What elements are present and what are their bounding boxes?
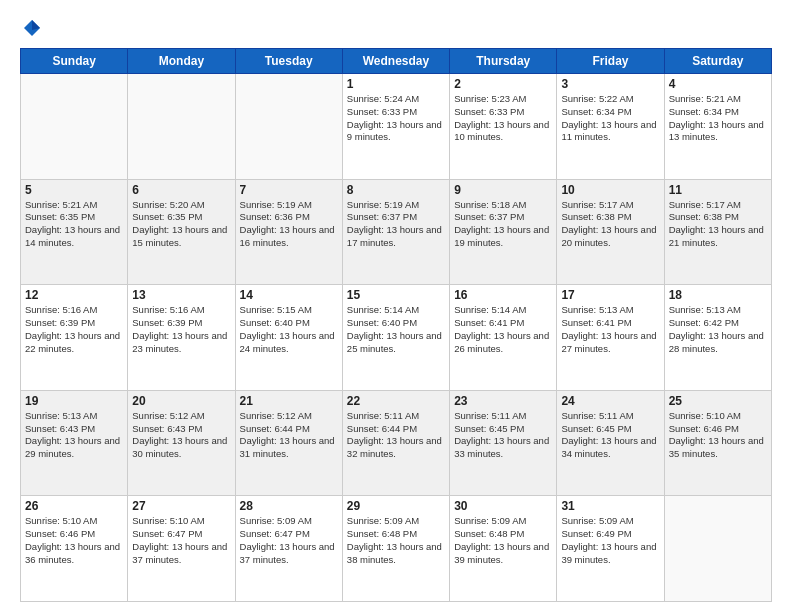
- logo: [20, 18, 42, 38]
- cell-info: Sunrise: 5:13 AM Sunset: 6:42 PM Dayligh…: [669, 304, 767, 355]
- cell-info: Sunrise: 5:14 AM Sunset: 6:40 PM Dayligh…: [347, 304, 445, 355]
- cell-info: Sunrise: 5:24 AM Sunset: 6:33 PM Dayligh…: [347, 93, 445, 144]
- day-header-friday: Friday: [557, 49, 664, 74]
- cell-info: Sunrise: 5:19 AM Sunset: 6:36 PM Dayligh…: [240, 199, 338, 250]
- cell-info: Sunrise: 5:10 AM Sunset: 6:46 PM Dayligh…: [25, 515, 123, 566]
- day-number: 18: [669, 288, 767, 302]
- day-number: 21: [240, 394, 338, 408]
- calendar-cell: 12Sunrise: 5:16 AM Sunset: 6:39 PM Dayli…: [21, 285, 128, 391]
- cell-info: Sunrise: 5:11 AM Sunset: 6:45 PM Dayligh…: [454, 410, 552, 461]
- cell-info: Sunrise: 5:20 AM Sunset: 6:35 PM Dayligh…: [132, 199, 230, 250]
- calendar-cell: 18Sunrise: 5:13 AM Sunset: 6:42 PM Dayli…: [664, 285, 771, 391]
- day-number: 6: [132, 183, 230, 197]
- calendar-week-5: 26Sunrise: 5:10 AM Sunset: 6:46 PM Dayli…: [21, 496, 772, 602]
- calendar-cell: 31Sunrise: 5:09 AM Sunset: 6:49 PM Dayli…: [557, 496, 664, 602]
- cell-info: Sunrise: 5:09 AM Sunset: 6:47 PM Dayligh…: [240, 515, 338, 566]
- day-number: 4: [669, 77, 767, 91]
- calendar-cell: 16Sunrise: 5:14 AM Sunset: 6:41 PM Dayli…: [450, 285, 557, 391]
- day-number: 26: [25, 499, 123, 513]
- calendar-cell: 29Sunrise: 5:09 AM Sunset: 6:48 PM Dayli…: [342, 496, 449, 602]
- cell-info: Sunrise: 5:10 AM Sunset: 6:47 PM Dayligh…: [132, 515, 230, 566]
- calendar-cell: 19Sunrise: 5:13 AM Sunset: 6:43 PM Dayli…: [21, 390, 128, 496]
- calendar-cell: [128, 74, 235, 180]
- day-number: 5: [25, 183, 123, 197]
- calendar-cell: 20Sunrise: 5:12 AM Sunset: 6:43 PM Dayli…: [128, 390, 235, 496]
- calendar-week-3: 12Sunrise: 5:16 AM Sunset: 6:39 PM Dayli…: [21, 285, 772, 391]
- calendar-cell: [664, 496, 771, 602]
- day-header-sunday: Sunday: [21, 49, 128, 74]
- day-number: 17: [561, 288, 659, 302]
- cell-info: Sunrise: 5:10 AM Sunset: 6:46 PM Dayligh…: [669, 410, 767, 461]
- day-number: 25: [669, 394, 767, 408]
- day-number: 11: [669, 183, 767, 197]
- day-number: 8: [347, 183, 445, 197]
- day-number: 16: [454, 288, 552, 302]
- calendar-cell: 21Sunrise: 5:12 AM Sunset: 6:44 PM Dayli…: [235, 390, 342, 496]
- day-number: 20: [132, 394, 230, 408]
- calendar-cell: 27Sunrise: 5:10 AM Sunset: 6:47 PM Dayli…: [128, 496, 235, 602]
- calendar-cell: 9Sunrise: 5:18 AM Sunset: 6:37 PM Daylig…: [450, 179, 557, 285]
- calendar-cell: 11Sunrise: 5:17 AM Sunset: 6:38 PM Dayli…: [664, 179, 771, 285]
- day-header-monday: Monday: [128, 49, 235, 74]
- day-header-thursday: Thursday: [450, 49, 557, 74]
- day-number: 13: [132, 288, 230, 302]
- cell-info: Sunrise: 5:21 AM Sunset: 6:34 PM Dayligh…: [669, 93, 767, 144]
- day-number: 1: [347, 77, 445, 91]
- day-number: 27: [132, 499, 230, 513]
- cell-info: Sunrise: 5:15 AM Sunset: 6:40 PM Dayligh…: [240, 304, 338, 355]
- day-number: 10: [561, 183, 659, 197]
- calendar-cell: 22Sunrise: 5:11 AM Sunset: 6:44 PM Dayli…: [342, 390, 449, 496]
- logo-icon: [22, 18, 42, 38]
- day-number: 31: [561, 499, 659, 513]
- calendar-cell: 8Sunrise: 5:19 AM Sunset: 6:37 PM Daylig…: [342, 179, 449, 285]
- day-number: 24: [561, 394, 659, 408]
- day-number: 15: [347, 288, 445, 302]
- day-number: 14: [240, 288, 338, 302]
- day-number: 3: [561, 77, 659, 91]
- cell-info: Sunrise: 5:09 AM Sunset: 6:48 PM Dayligh…: [454, 515, 552, 566]
- cell-info: Sunrise: 5:11 AM Sunset: 6:44 PM Dayligh…: [347, 410, 445, 461]
- cell-info: Sunrise: 5:17 AM Sunset: 6:38 PM Dayligh…: [669, 199, 767, 250]
- calendar-cell: 1Sunrise: 5:24 AM Sunset: 6:33 PM Daylig…: [342, 74, 449, 180]
- header: [20, 18, 772, 38]
- day-number: 2: [454, 77, 552, 91]
- calendar-cell: 7Sunrise: 5:19 AM Sunset: 6:36 PM Daylig…: [235, 179, 342, 285]
- day-header-saturday: Saturday: [664, 49, 771, 74]
- cell-info: Sunrise: 5:22 AM Sunset: 6:34 PM Dayligh…: [561, 93, 659, 144]
- day-number: 19: [25, 394, 123, 408]
- cell-info: Sunrise: 5:12 AM Sunset: 6:43 PM Dayligh…: [132, 410, 230, 461]
- cell-info: Sunrise: 5:21 AM Sunset: 6:35 PM Dayligh…: [25, 199, 123, 250]
- day-number: 29: [347, 499, 445, 513]
- cell-info: Sunrise: 5:13 AM Sunset: 6:41 PM Dayligh…: [561, 304, 659, 355]
- day-number: 7: [240, 183, 338, 197]
- calendar-cell: 4Sunrise: 5:21 AM Sunset: 6:34 PM Daylig…: [664, 74, 771, 180]
- calendar-week-2: 5Sunrise: 5:21 AM Sunset: 6:35 PM Daylig…: [21, 179, 772, 285]
- cell-info: Sunrise: 5:11 AM Sunset: 6:45 PM Dayligh…: [561, 410, 659, 461]
- calendar-cell: 26Sunrise: 5:10 AM Sunset: 6:46 PM Dayli…: [21, 496, 128, 602]
- calendar-cell: 14Sunrise: 5:15 AM Sunset: 6:40 PM Dayli…: [235, 285, 342, 391]
- day-header-wednesday: Wednesday: [342, 49, 449, 74]
- calendar-cell: 5Sunrise: 5:21 AM Sunset: 6:35 PM Daylig…: [21, 179, 128, 285]
- calendar-week-4: 19Sunrise: 5:13 AM Sunset: 6:43 PM Dayli…: [21, 390, 772, 496]
- calendar-cell: 28Sunrise: 5:09 AM Sunset: 6:47 PM Dayli…: [235, 496, 342, 602]
- cell-info: Sunrise: 5:17 AM Sunset: 6:38 PM Dayligh…: [561, 199, 659, 250]
- calendar-cell: [21, 74, 128, 180]
- calendar-cell: 3Sunrise: 5:22 AM Sunset: 6:34 PM Daylig…: [557, 74, 664, 180]
- calendar-cell: 24Sunrise: 5:11 AM Sunset: 6:45 PM Dayli…: [557, 390, 664, 496]
- calendar-cell: 23Sunrise: 5:11 AM Sunset: 6:45 PM Dayli…: [450, 390, 557, 496]
- calendar-header-row: SundayMondayTuesdayWednesdayThursdayFrid…: [21, 49, 772, 74]
- cell-info: Sunrise: 5:19 AM Sunset: 6:37 PM Dayligh…: [347, 199, 445, 250]
- calendar-cell: 17Sunrise: 5:13 AM Sunset: 6:41 PM Dayli…: [557, 285, 664, 391]
- calendar-cell: 6Sunrise: 5:20 AM Sunset: 6:35 PM Daylig…: [128, 179, 235, 285]
- cell-info: Sunrise: 5:18 AM Sunset: 6:37 PM Dayligh…: [454, 199, 552, 250]
- day-number: 12: [25, 288, 123, 302]
- cell-info: Sunrise: 5:16 AM Sunset: 6:39 PM Dayligh…: [132, 304, 230, 355]
- day-number: 23: [454, 394, 552, 408]
- cell-info: Sunrise: 5:16 AM Sunset: 6:39 PM Dayligh…: [25, 304, 123, 355]
- calendar-cell: 13Sunrise: 5:16 AM Sunset: 6:39 PM Dayli…: [128, 285, 235, 391]
- day-number: 9: [454, 183, 552, 197]
- day-number: 30: [454, 499, 552, 513]
- calendar-cell: 30Sunrise: 5:09 AM Sunset: 6:48 PM Dayli…: [450, 496, 557, 602]
- day-header-tuesday: Tuesday: [235, 49, 342, 74]
- cell-info: Sunrise: 5:09 AM Sunset: 6:48 PM Dayligh…: [347, 515, 445, 566]
